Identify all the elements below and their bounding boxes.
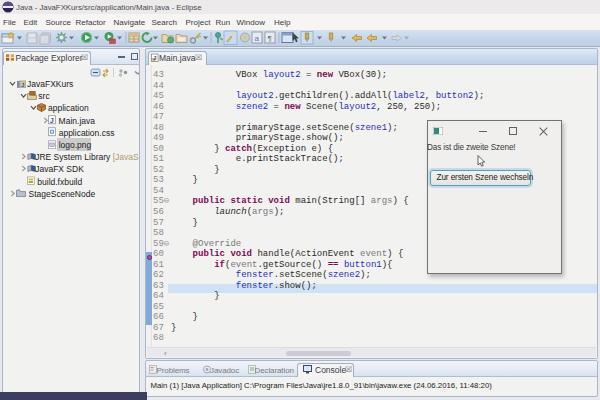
- svg-text:¶: ¶: [268, 34, 272, 43]
- svg-text:a: a: [255, 34, 260, 43]
- svg-text:J: J: [21, 81, 24, 87]
- svg-text:J: J: [50, 117, 54, 125]
- svg-text:J: J: [153, 54, 157, 61]
